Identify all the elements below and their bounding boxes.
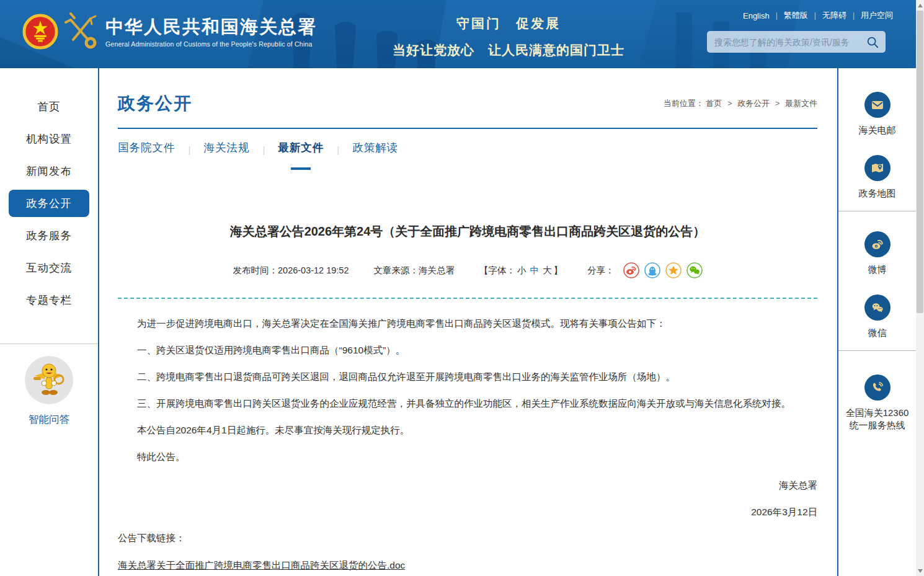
document-tabs: 国务院文件 | 海关法规 | 最新文件 | 政策解读 (118, 140, 398, 159)
weibo-icon (870, 237, 885, 252)
rail-divider (838, 211, 916, 211)
share-qq-icon[interactable] (644, 262, 660, 278)
search-box (707, 31, 886, 53)
rail-divider (838, 350, 916, 351)
link-english[interactable]: English (743, 11, 770, 20)
national-emblem-icon (22, 14, 58, 50)
share-weibo-icon[interactable] (623, 262, 639, 278)
link-separator: | (776, 11, 778, 20)
paragraph: 一、跨关区退货仅适用跨境电商零售出口商品（“9610模式”）。 (118, 343, 817, 357)
rail-label-weibo: 微博 (838, 264, 916, 276)
page: 中华人民共和国海关总署 General Administration of Cu… (0, 0, 924, 576)
breadcrumb: 当前位置： 首页 > 政务公开 > 最新文件 (664, 98, 817, 109)
tab-latest-documents[interactable]: 最新文件 (278, 140, 324, 159)
signature-date: 2026年3月12日 (751, 506, 817, 519)
font-size-large-button[interactable]: 大 (543, 265, 552, 277)
source-value: 海关总署 (419, 265, 455, 277)
article-title: 海关总署公告2026年第24号（关于全面推广跨境电商零售出口商品跨关区退货的公告… (118, 223, 817, 240)
font-size-label-close: 】 (554, 265, 563, 277)
rail-item-wechat[interactable]: 微信 (838, 295, 916, 339)
breadcrumb-latest-docs[interactable]: 最新文件 (785, 99, 817, 108)
signature-authority: 海关总署 (779, 479, 817, 492)
right-sidebar: 海关电邮 政务地图 微 (837, 68, 916, 576)
breadcrumb-gov-disclosure[interactable]: 政务公开 (737, 99, 770, 108)
rail-item-gov-map[interactable]: 政务地图 (838, 155, 916, 200)
page-title: 政务公开 (118, 92, 192, 115)
tab-separator: | (337, 144, 339, 155)
share-wechat-icon[interactable] (686, 262, 703, 278)
tab-state-council-docs[interactable]: 国务院文件 (118, 140, 175, 159)
breadcrumb-prefix: 当前位置： (664, 99, 704, 108)
search-icon[interactable] (866, 35, 879, 49)
link-separator: | (814, 11, 816, 20)
rail-label-customs-email: 海关电邮 (838, 124, 916, 136)
paragraph: 本公告自2026年4月1日起施行。未尽事宜按海关现行规定执行。 (118, 423, 817, 437)
sidebar-item-gov-services[interactable]: 政务服务 (0, 219, 98, 252)
share-label: 分享： (587, 265, 615, 277)
link-separator: | (853, 11, 855, 20)
scrollbar-down-arrow[interactable] (916, 565, 924, 576)
breadcrumb-home[interactable]: 首页 (706, 99, 722, 108)
link-traditional[interactable]: 繁體版 (784, 10, 808, 21)
font-size-medium-button[interactable]: 中 (530, 265, 540, 277)
customs-key-logo-icon (63, 12, 98, 51)
rail-label-gov-map: 政务地图 (838, 187, 916, 200)
sidebar-item-gov-disclosure[interactable]: 政务公开 (9, 190, 89, 217)
article-body: 为进一步促进跨境电商出口，海关总署决定在全国海关推广跨境电商零售出口商品跨关区退… (118, 316, 817, 476)
rail-label-hotline-line2: 统一服务热线 (838, 419, 916, 432)
phone-icon (870, 380, 885, 395)
left-sidebar: 首页 机构设置 新闻发布 政务公开 政务服务 互动交流 专题专栏 (0, 68, 99, 576)
breadcrumb-separator: > (727, 99, 732, 108)
paragraph: 二、跨境电商零售出口退货商品可跨关区退回，退回商品仅允许退至开展跨境电商零售出口… (118, 370, 817, 384)
brand-block[interactable]: 中华人民共和国海关总署 General Administration of Cu… (22, 12, 317, 51)
search-input[interactable] (714, 37, 866, 47)
scrollbar-thumb[interactable] (917, 11, 923, 313)
paragraph: 三、开展跨境电商零售出口跨关区退货业务的企业应规范经营，并具备独立的作业功能区，… (118, 396, 817, 410)
wechat-icon (870, 300, 885, 315)
publish-time-value: 2026-03-12 19:52 (278, 265, 349, 275)
sidebar-divider (0, 343, 98, 344)
page-scrollbar[interactable] (916, 0, 924, 576)
section-title-rule (118, 128, 817, 129)
sidebar-item-home[interactable]: 首页 (0, 91, 98, 123)
tab-separator: | (189, 144, 191, 155)
site-subtitle: General Administration of Customs of the… (105, 40, 317, 48)
mascot-avatar[interactable] (25, 356, 73, 404)
mail-icon (870, 97, 885, 112)
mascot-icon (27, 358, 71, 402)
slogan-line1: 守国门 促发展 (378, 15, 639, 32)
map-icon (870, 161, 885, 175)
quick-links: English | 繁體版 | 无障碍 | 用户空间 (707, 10, 893, 21)
rail-item-weibo[interactable]: 微博 (838, 231, 916, 276)
share-qzone-icon[interactable] (665, 262, 682, 278)
tab-customs-regulations[interactable]: 海关法规 (203, 140, 249, 159)
smart-qa-link[interactable]: 智能问答 (0, 413, 98, 427)
download-section-label: 公告下载链接： (118, 532, 185, 545)
site-title: 中华人民共和国海关总署 (105, 16, 317, 37)
download-doc-link[interactable]: 海关总署关于全面推广跨境电商零售出口商品跨关区退货的公告.doc (118, 559, 405, 572)
paragraph: 为进一步促进跨境电商出口，海关总署决定在全国海关推广跨境电商零售出口商品跨关区退… (118, 316, 817, 330)
sidebar-item-special-topics[interactable]: 专题专栏 (0, 284, 98, 316)
article-meta: 发布时间： 2026-03-12 19:52 文章来源： 海关总署 【字体： 小… (118, 262, 817, 278)
link-accessibility[interactable]: 无障碍 (822, 10, 846, 21)
header-slogan: 守国门 促发展 当好让党放心 让人民满意的国门卫士 (378, 15, 639, 59)
scrollbar-up-arrow[interactable] (916, 0, 924, 11)
slogan-line2: 当好让党放心 让人民满意的国门卫士 (378, 42, 639, 59)
rail-item-customs-email[interactable]: 海关电邮 (838, 92, 916, 136)
rail-label-hotline-line1: 全国海关12360 (838, 407, 916, 419)
sidebar-item-organization[interactable]: 机构设置 (0, 123, 98, 155)
sidebar-item-news[interactable]: 新闻发布 (0, 155, 98, 187)
rail-item-hotline-12360[interactable]: 全国海关12360 统一服务热线 (838, 374, 916, 432)
publish-time-label: 发布时间： (233, 265, 278, 277)
font-size-label: 【字体： (479, 265, 515, 277)
rail-label-wechat: 微信 (838, 327, 916, 339)
font-size-small-button[interactable]: 小 (517, 265, 526, 277)
breadcrumb-separator: > (775, 99, 780, 108)
site-header: 中华人民共和国海关总署 General Administration of Cu… (0, 0, 916, 68)
dashed-divider (118, 298, 817, 299)
main-content: 政务公开 当前位置： 首页 > 政务公开 > 最新文件 国务院文件 | 海关法规… (118, 68, 817, 576)
link-user-space[interactable]: 用户空间 (861, 10, 893, 21)
sidebar-item-interaction[interactable]: 互动交流 (0, 252, 98, 284)
paragraph: 特此公告。 (118, 450, 817, 464)
tab-policy-interpretation[interactable]: 政策解读 (352, 140, 398, 159)
